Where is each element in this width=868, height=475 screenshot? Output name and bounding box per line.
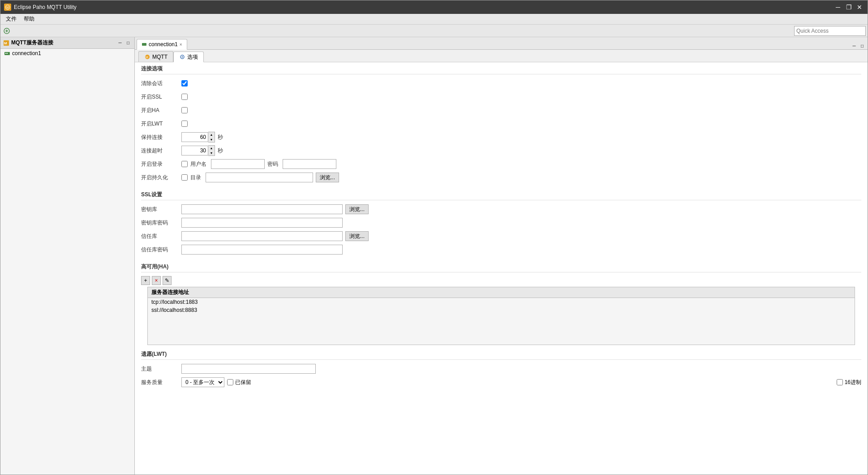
inner-tab-bar: M MQTT 选项 xyxy=(135,50,868,62)
truststore-browse-button[interactable]: 浏览... xyxy=(345,231,369,241)
enable-lwt-control xyxy=(181,121,861,127)
keepalive-input[interactable]: 60 xyxy=(181,132,208,142)
connect-timeout-down-btn[interactable]: ▼ xyxy=(208,151,215,155)
clear-session-row: 清除会话 xyxy=(141,78,861,89)
connection-options-title: 连接选项 xyxy=(141,65,861,74)
keystore-row: 密钥库 浏览... xyxy=(141,204,861,215)
ha-section-title: 高可用(HA) xyxy=(141,263,861,272)
lwt-qos-select[interactable]: 0 - 至多一次 1 - 至少一次 2 - 只有一次 xyxy=(181,377,224,387)
restore-button[interactable]: ❐ xyxy=(844,3,853,12)
truststore-password-label: 信任库密码 xyxy=(141,246,181,254)
ssl-settings-section: SSL设置 密钥库 浏览... 密钥库密码 xyxy=(135,188,868,260)
enable-ssl-checkbox[interactable] xyxy=(181,94,188,100)
username-input[interactable] xyxy=(211,159,265,169)
svg-point-14 xyxy=(182,56,183,58)
connect-timeout-input[interactable]: 30 xyxy=(181,146,208,155)
clear-session-checkbox[interactable] xyxy=(181,80,188,86)
connect-timeout-spinner: 30 ▲ ▼ xyxy=(181,145,215,156)
tab-right-controls: ─ □ xyxy=(851,42,868,49)
main-scroll-area[interactable]: 连接选项 清除会话 开启SSL xyxy=(135,62,868,475)
window-controls: ─ ❐ ✕ xyxy=(834,3,864,12)
svg-rect-10 xyxy=(142,43,146,46)
clear-session-control xyxy=(181,80,861,86)
ha-remove-button[interactable]: × xyxy=(152,276,161,285)
sidebar: M MQTT服务器连接 ─ □ connection1 xyxy=(0,37,135,475)
truststore-password-input[interactable] xyxy=(181,245,343,255)
keystore-password-input[interactable] xyxy=(181,218,343,228)
enable-login-control: 用户名 密码 xyxy=(181,159,861,169)
enable-ha-label: 开启HA xyxy=(141,107,181,114)
keepalive-spinner: 60 ▲ ▼ xyxy=(181,132,215,142)
inner-tab-options[interactable]: 选项 xyxy=(173,52,204,62)
svg-rect-8 xyxy=(5,53,6,54)
sidebar-minimize-btn[interactable]: ─ xyxy=(116,39,124,47)
sidebar-item-connection1[interactable]: connection1 xyxy=(0,49,134,58)
lwt-qos-row: 服务质量 0 - 至多一次 1 - 至少一次 2 - 只有一次 已保留 xyxy=(141,377,861,388)
main-tab-label: connection1 xyxy=(149,41,178,48)
enable-login-row: 开启登录 用户名 密码 xyxy=(141,159,861,169)
keepalive-up-btn[interactable]: ▲ xyxy=(208,132,215,137)
enable-ha-checkbox[interactable] xyxy=(181,107,188,113)
keystore-control: 浏览... xyxy=(181,204,861,214)
quick-access-input[interactable] xyxy=(794,26,866,36)
truststore-password-control xyxy=(181,245,861,255)
ha-toolbar: + × ✎ xyxy=(141,276,861,285)
title-bar: M Eclipse Paho MQTT Utility ─ ❐ ✕ xyxy=(0,0,868,14)
lwt-retained-checkbox[interactable] xyxy=(227,379,233,385)
ha-add-button[interactable]: + xyxy=(141,276,150,285)
password-input[interactable] xyxy=(283,159,336,169)
lwt-retained-text: 已保留 xyxy=(235,379,251,386)
keystore-password-control xyxy=(181,218,861,228)
enable-persist-row: 开启持久化 目录 D:\software\free-install\org.ec… xyxy=(141,172,861,183)
truststore-row: 信任库 浏览... xyxy=(141,231,861,242)
enable-persist-checkbox[interactable] xyxy=(181,174,188,181)
connect-timeout-up-btn[interactable]: ▲ xyxy=(208,146,215,151)
truststore-label: 信任库 xyxy=(141,233,181,240)
minimize-button[interactable]: ─ xyxy=(834,3,842,12)
options-icon xyxy=(179,54,185,60)
inner-tab-mqtt[interactable]: M MQTT xyxy=(138,51,173,62)
ha-table-row-0[interactable]: tcp://localhost:1883 xyxy=(148,298,855,306)
svg-text:M: M xyxy=(146,56,148,59)
new-connection-icon[interactable] xyxy=(2,26,11,35)
main-tab-close[interactable]: × xyxy=(180,42,182,47)
close-button[interactable]: ✕ xyxy=(855,3,864,12)
dir-input[interactable]: D:\software\free-install\org.eclipse.pah… xyxy=(206,173,313,182)
lwt-topic-input[interactable]: lwt xyxy=(181,364,316,374)
content-area: connection1 × ─ □ M MQTT xyxy=(135,37,868,475)
ha-table-header: 服务器连接地址 xyxy=(148,287,855,298)
lwt-section-title: 遗愿(LWT) xyxy=(141,350,861,360)
tab-area-maximize[interactable]: □ xyxy=(859,42,866,49)
connect-timeout-row: 连接超时 30 ▲ ▼ 秒 xyxy=(141,145,861,156)
menu-help[interactable]: 帮助 xyxy=(20,14,38,24)
app-icon: M xyxy=(4,4,11,11)
enable-lwt-checkbox[interactable] xyxy=(181,121,188,127)
keystore-browse-button[interactable]: 浏览... xyxy=(345,204,369,214)
enable-login-label: 开启登录 xyxy=(141,160,181,168)
lwt-hex-checkbox[interactable] xyxy=(837,379,843,385)
connect-timeout-label: 连接超时 xyxy=(141,147,181,155)
enable-login-checkbox[interactable] xyxy=(181,161,188,167)
lwt-qos-label: 服务质量 xyxy=(141,379,181,386)
tab-area-minimize[interactable]: ─ xyxy=(851,42,858,49)
main-tab-connection1[interactable]: connection1 × xyxy=(137,39,187,50)
main-tab-bar: connection1 × ─ □ xyxy=(135,37,868,50)
inner-tab-mqtt-label: MQTT xyxy=(152,54,168,60)
keepalive-control: 60 ▲ ▼ 秒 xyxy=(181,132,861,142)
keystore-input[interactable] xyxy=(181,204,343,214)
dir-browse-button[interactable]: 浏览... xyxy=(316,173,339,182)
ha-edit-button[interactable]: ✎ xyxy=(163,276,172,285)
password-label: 密码 xyxy=(267,160,278,168)
connect-timeout-control: 30 ▲ ▼ 秒 xyxy=(181,145,861,156)
truststore-input[interactable] xyxy=(181,231,343,241)
sidebar-maximize-btn[interactable]: □ xyxy=(125,39,132,47)
keepalive-unit: 秒 xyxy=(218,134,223,141)
keepalive-down-btn[interactable]: ▼ xyxy=(208,137,215,142)
menu-file[interactable]: 文件 xyxy=(2,14,20,24)
username-label: 用户名 xyxy=(190,160,206,168)
sidebar-header: M MQTT服务器连接 ─ □ xyxy=(0,37,134,49)
connection-name: connection1 xyxy=(12,50,41,56)
keystore-label: 密钥库 xyxy=(141,206,181,213)
enable-persist-control: 目录 D:\software\free-install\org.eclipse.… xyxy=(181,173,861,182)
ha-table-row-1[interactable]: ssl://localhost:8883 xyxy=(148,306,855,314)
